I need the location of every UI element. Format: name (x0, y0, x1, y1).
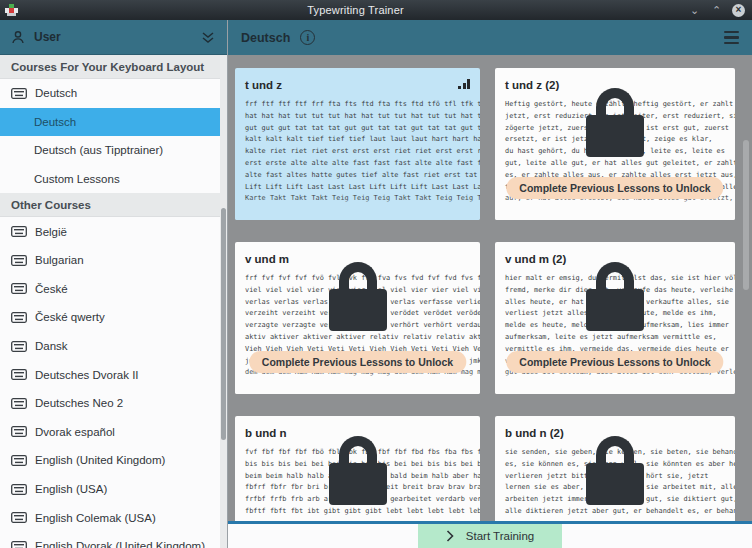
sidebar-item-english-usa[interactable]: English (USA) (0, 475, 227, 504)
sidebar-item-custom-lessons[interactable]: Custom Lessons (0, 165, 227, 194)
minimize-button[interactable]: ⌄ (688, 4, 701, 17)
sidebar-item-belgie[interactable]: België (0, 217, 227, 246)
sidebar-item-label: België (35, 226, 67, 238)
sidebar-item-bulgarian[interactable]: Bulgarian (0, 246, 227, 275)
sidebar-scrollbar[interactable] (220, 55, 227, 548)
lesson-card-b-und-n-2[interactable]: b und n (2) sie senden, sie geben, sie k… (495, 416, 735, 521)
user-label: User (34, 30, 200, 44)
lock-icon (580, 88, 650, 157)
chevron-right-icon (446, 530, 454, 542)
unlock-hint-badge: Complete Previous Lessons to Unlock (506, 177, 723, 199)
sidebar-item-deutsch-selected[interactable]: Deutsch (0, 108, 227, 137)
keyboard-icon (11, 226, 27, 237)
sidebar-item-label: České qwerty (35, 311, 105, 323)
footer-bar: Start Training (228, 521, 752, 548)
keyboard-icon (11, 398, 27, 409)
sidebar-item-label: Deutsch (34, 116, 76, 128)
sidebar-item-label: Dvorak español (35, 426, 115, 438)
sidebar-item-label: Deutsch (35, 87, 77, 99)
keyboard-icon (11, 88, 27, 99)
sidebar-item-english-uk[interactable]: English (United Kingdom) (0, 446, 227, 475)
sidebar-item-dvorak-espanol[interactable]: Dvorak español (0, 418, 227, 447)
sidebar-item-deutsches-dvorak[interactable]: Deutsches Dvorak II (0, 360, 227, 389)
keyboard-icon (11, 541, 27, 548)
hamburger-menu-icon[interactable] (724, 31, 739, 44)
content-scrollbar-handle[interactable] (743, 140, 749, 290)
lesson-title: v und m (245, 253, 289, 265)
close-button[interactable]: × (732, 4, 745, 17)
lock-icon (323, 262, 393, 331)
sidebar-item-label: English (USA) (35, 483, 107, 495)
lesson-title: t und z (2) (505, 79, 559, 91)
sidebar-item-ceske-qwerty[interactable]: České qwerty (0, 303, 227, 332)
sidebar-scrollbar-handle[interactable] (221, 208, 226, 440)
keyboard-icon (11, 455, 27, 466)
sidebar-item-label: Deutsches Dvorak II (35, 369, 139, 381)
lesson-title: t und z (245, 79, 282, 91)
keyboard-icon (11, 484, 27, 495)
progress-bars-icon (458, 79, 470, 89)
sidebar-item-label: České (35, 283, 68, 295)
lesson-grid: t und z frf ftf ftf ftf frf fta fts ftd … (228, 55, 752, 521)
lesson-title: b und n (2) (505, 427, 564, 439)
start-training-button[interactable]: Start Training (418, 524, 562, 548)
keyboard-icon (11, 312, 27, 323)
lock-icon (580, 262, 650, 331)
section-header-other-courses: Other Courses (0, 193, 227, 217)
lesson-card-v-und-m[interactable]: v und m frf fvf fvf fvf fvö fvl fvk fvj … (235, 242, 480, 394)
sidebar: User Courses For Your Keyboard Layout De… (0, 20, 228, 548)
app-icon (5, 4, 18, 17)
course-title: Deutsch (241, 31, 290, 45)
lesson-card-t-und-z-2[interactable]: t und z (2) Heftig gestört, heute erzähl… (495, 68, 735, 220)
keyboard-icon (11, 426, 27, 437)
app-window: Typewriting Trainer ⌄ ⌃ × User Course (0, 0, 752, 548)
chevron-double-down-icon[interactable] (200, 31, 216, 44)
sidebar-item-label: Dansk (35, 340, 68, 352)
lesson-card-b-und-n[interactable]: b und n fvf fbf fbf fbf fbö fbl fbk fbj … (235, 416, 480, 521)
keyboard-icon (11, 369, 27, 380)
lock-icon (580, 436, 650, 505)
sidebar-item-label: English (United Kingdom) (35, 454, 165, 466)
titlebar: Typewriting Trainer ⌄ ⌃ × (0, 0, 752, 20)
sidebar-item-dansk[interactable]: Dansk (0, 332, 227, 361)
lesson-preview-text: frf ftf ftf ftf frf fta fts ftd fta fts … (245, 99, 470, 205)
lesson-title: b und n (245, 427, 287, 439)
user-selector[interactable]: User (0, 20, 227, 55)
course-list: Courses For Your Keyboard Layout Deutsch… (0, 55, 227, 548)
keyboard-icon (11, 341, 27, 352)
window-title: Typewriting Trainer (23, 4, 688, 16)
sidebar-item-deutsch-tipptrainer[interactable]: Deutsch (aus Tipptrainer) (0, 136, 227, 165)
sidebar-item-english-dvorak-uk[interactable]: English Dvorak (United Kingdom) (0, 532, 227, 548)
main-header: Deutsch i (228, 20, 752, 55)
sidebar-item-english-colemak[interactable]: English Colemak (USA) (0, 503, 227, 532)
sidebar-item-label: Bulgarian (35, 254, 84, 266)
lesson-title: v und m (2) (505, 253, 566, 265)
sidebar-item-deutsches-neo2[interactable]: Deutsches Neo 2 (0, 389, 227, 418)
section-header-keyboard-layout: Courses For Your Keyboard Layout (0, 55, 227, 79)
lesson-card-t-und-z[interactable]: t und z frf ftf ftf ftf frf fta fts ftd … (235, 68, 480, 220)
keyboard-icon (11, 512, 27, 523)
user-icon (11, 30, 25, 44)
sidebar-item-ceske[interactable]: České (0, 275, 227, 304)
sidebar-item-label: Custom Lessons (34, 173, 120, 185)
sidebar-item-label: Deutsch (aus Tipptrainer) (34, 144, 163, 156)
lock-icon (323, 436, 393, 505)
start-training-label: Start Training (466, 530, 534, 542)
unlock-hint-badge: Complete Previous Lessons to Unlock (249, 351, 466, 373)
main-panel: Deutsch i t und z frf ftf ftf ftf frf ft… (228, 20, 752, 548)
lesson-card-v-und-m-2[interactable]: v und m (2) hier malt er emsig, du vermi… (495, 242, 735, 394)
keyboard-icon (11, 255, 27, 266)
info-icon[interactable]: i (300, 30, 315, 45)
sidebar-item-label: English Dvorak (United Kingdom) (35, 540, 205, 548)
sidebar-item-deutsch-course[interactable]: Deutsch (0, 79, 227, 108)
sidebar-item-label: Deutsches Neo 2 (35, 397, 123, 409)
unlock-hint-badge: Complete Previous Lessons to Unlock (506, 351, 723, 373)
maximize-button[interactable]: ⌃ (710, 4, 723, 17)
sidebar-item-label: English Colemak (USA) (35, 512, 156, 524)
keyboard-icon (11, 283, 27, 294)
